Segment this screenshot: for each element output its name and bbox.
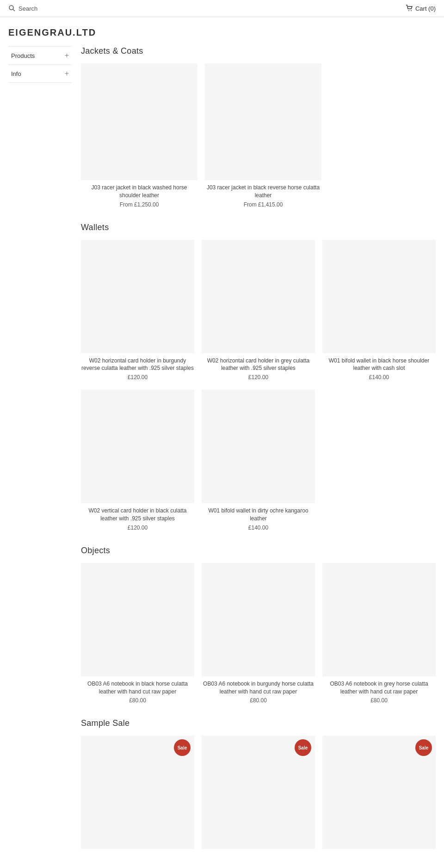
product-card[interactable]: W02 horizontal card holder in burgundy r… — [81, 240, 194, 381]
product-name: W01 bifold wallet in black horse shoulde… — [322, 357, 436, 373]
product-image — [205, 63, 321, 180]
product-name: OB03 A6 notebook in black horse culatta … — [81, 680, 194, 696]
sidebar-info-expand-icon: + — [65, 69, 69, 78]
section-0: Jackets & CoatsJ03 racer jacket in black… — [81, 46, 436, 208]
search-area[interactable]: Search — [8, 5, 37, 12]
section-title-0: Jackets & Coats — [81, 46, 436, 56]
sidebar-item-info-label: Info — [11, 70, 21, 77]
product-price: From £1,415.00 — [205, 201, 321, 208]
product-image — [202, 240, 315, 353]
sidebar-item-products-label: Products — [11, 52, 35, 59]
section-title-1: Wallets — [81, 223, 436, 232]
product-card[interactable]: W01 bifold wallet in dirty ochre kangaro… — [202, 390, 315, 531]
product-image — [81, 63, 197, 180]
product-image — [81, 240, 194, 353]
product-card[interactable]: J03 racer jacket in black reverse horse … — [205, 63, 321, 208]
search-label[interactable]: Search — [18, 5, 37, 12]
sale-badge: Sale — [295, 739, 311, 756]
product-name: W01 bifold wallet in dirty ochre kangaro… — [202, 507, 315, 523]
svg-line-1 — [13, 9, 15, 11]
product-price: £120.00 — [81, 525, 194, 531]
cart-area[interactable]: Cart (0) — [406, 5, 436, 12]
product-image — [322, 563, 436, 676]
product-image — [322, 240, 436, 353]
product-card[interactable]: Sale — [81, 736, 194, 853]
main-layout: Products + Info + Jackets & CoatsJ03 rac… — [0, 46, 444, 868]
product-card[interactable]: OB03 A6 notebook in burgundy horse culat… — [202, 563, 315, 704]
product-grid-0: J03 racer jacket in black washed horse s… — [81, 63, 321, 208]
product-name: OB03 A6 notebook in grey horse culatta l… — [322, 680, 436, 696]
product-card[interactable]: W02 horizontal card holder in grey culat… — [202, 240, 315, 381]
sidebar-products-expand-icon: + — [65, 51, 69, 60]
product-image — [202, 563, 315, 676]
product-card[interactable]: W01 bifold wallet in black horse shoulde… — [322, 240, 436, 381]
product-price: £120.00 — [81, 374, 194, 381]
product-card[interactable]: W02 vertical card holder in black culatt… — [81, 390, 194, 531]
section-2: ObjectsOB03 A6 notebook in black horse c… — [81, 546, 436, 704]
product-price: £140.00 — [202, 525, 315, 531]
product-price: £120.00 — [202, 374, 315, 381]
product-name: OB03 A6 notebook in burgundy horse culat… — [202, 680, 315, 696]
product-grid-3: SaleSaleSale — [81, 736, 436, 853]
product-image — [81, 390, 194, 503]
product-price: From £1,250.00 — [81, 201, 197, 208]
product-image — [81, 563, 194, 676]
logo-bar: EIGENGRAU.LTD — [0, 17, 444, 46]
cart-icon — [406, 5, 413, 12]
cart-label[interactable]: Cart (0) — [415, 5, 436, 12]
content-area: Jackets & CoatsJ03 racer jacket in black… — [76, 46, 444, 868]
product-grid-1: W02 horizontal card holder in burgundy r… — [81, 240, 436, 531]
search-icon — [8, 5, 16, 12]
product-card[interactable]: OB03 A6 notebook in grey horse culatta l… — [322, 563, 436, 704]
product-name: W02 horizontal card holder in burgundy r… — [81, 357, 194, 373]
logo[interactable]: EIGENGRAU.LTD — [8, 27, 96, 37]
product-card[interactable]: Sale — [322, 736, 436, 853]
product-price: £140.00 — [322, 374, 436, 381]
product-grid-2: OB03 A6 notebook in black horse culatta … — [81, 563, 436, 704]
svg-point-0 — [9, 6, 13, 10]
sale-badge: Sale — [415, 739, 432, 756]
svg-point-3 — [411, 10, 412, 11]
section-1: WalletsW02 horizontal card holder in bur… — [81, 223, 436, 531]
sale-badge: Sale — [174, 739, 191, 756]
product-name: W02 vertical card holder in black culatt… — [81, 507, 194, 523]
product-name: W02 horizontal card holder in grey culat… — [202, 357, 315, 373]
sidebar: Products + Info + — [0, 46, 76, 868]
sidebar-item-products[interactable]: Products + — [8, 46, 72, 65]
product-image: Sale — [81, 736, 194, 849]
product-card[interactable]: OB03 A6 notebook in black horse culatta … — [81, 563, 194, 704]
product-card[interactable]: Sale — [202, 736, 315, 853]
product-image: Sale — [322, 736, 436, 849]
product-price: £80.00 — [322, 697, 436, 704]
section-title-3: Sample Sale — [81, 718, 436, 728]
section-title-2: Objects — [81, 546, 436, 556]
svg-point-2 — [408, 10, 409, 11]
product-name: J03 racer jacket in black reverse horse … — [205, 184, 321, 200]
sidebar-item-info[interactable]: Info + — [8, 65, 72, 83]
product-price: £80.00 — [202, 697, 315, 704]
top-bar: Search Cart (0) — [0, 0, 444, 17]
section-3: Sample SaleSaleSaleSale — [81, 718, 436, 853]
product-image — [202, 390, 315, 503]
product-name: J03 racer jacket in black washed horse s… — [81, 184, 197, 200]
product-card[interactable]: J03 racer jacket in black washed horse s… — [81, 63, 197, 208]
product-image: Sale — [202, 736, 315, 849]
product-price: £80.00 — [81, 697, 194, 704]
